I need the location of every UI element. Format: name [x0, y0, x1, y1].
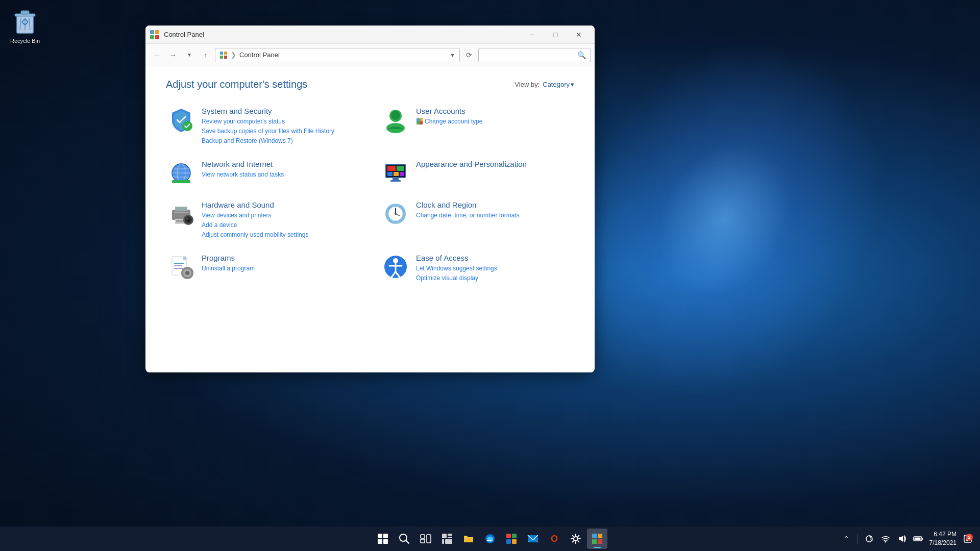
window-titlebar[interactable]: Control Panel − □ ✕ [145, 26, 595, 44]
forward-button[interactable]: → [166, 48, 180, 62]
search-icon[interactable]: 🔍 [577, 51, 586, 59]
view-by-label: View by: [514, 81, 540, 88]
office-label: O [551, 534, 558, 544]
network-internet-link-1[interactable]: View network status and tasks [202, 170, 284, 179]
hardware-sound-links: View devices and printers Add a device A… [202, 211, 308, 239]
address-path[interactable]: ❯ Control Panel ▼ [215, 48, 460, 62]
date-display: 7/18/2021 [929, 539, 957, 547]
svg-rect-34 [394, 172, 399, 176]
control-panel-taskbar-icon [592, 533, 603, 544]
category-appearance[interactable]: Appearance and Personalization [380, 158, 574, 188]
search-box[interactable]: 🔍 [478, 48, 591, 62]
refresh-button[interactable]: ⟳ [462, 48, 476, 62]
category-user-accounts[interactable]: User Accounts Change account type [380, 105, 574, 147]
category-hardware-sound[interactable]: Hardware and Sound View devices and prin… [166, 198, 360, 241]
svg-rect-37 [390, 180, 401, 182]
taskbar-taskview-button[interactable] [415, 529, 436, 549]
store-icon [506, 533, 517, 544]
tray-volume[interactable] [895, 532, 909, 546]
svg-point-99 [885, 541, 886, 543]
address-dropdown-arrow[interactable]: ▼ [450, 52, 455, 58]
taskbar-control-panel-button[interactable] [587, 529, 607, 549]
svg-point-17 [391, 111, 400, 120]
network-internet-links: View network status and tasks [202, 170, 284, 179]
svg-rect-57 [174, 263, 184, 264]
programs-title[interactable]: Programs [202, 254, 255, 262]
view-by-arrow: ▾ [571, 81, 574, 88]
svg-rect-90 [506, 539, 511, 544]
address-bar: ← → ▼ ↑ ❯ Control Panel ▼ ⟳ 🔍 [145, 44, 595, 66]
back-button[interactable]: ← [150, 48, 164, 62]
taskbar-office-button[interactable]: O [544, 529, 565, 549]
user-accounts-link-1[interactable]: Change account type [416, 117, 482, 126]
volume-icon [898, 535, 906, 543]
taskview-icon [420, 533, 431, 544]
clock-region-content: Clock and Region Change date, time, or n… [416, 201, 520, 220]
appearance-title[interactable]: Appearance and Personalization [416, 160, 527, 168]
hardware-sound-content: Hardware and Sound View devices and prin… [202, 201, 308, 239]
user-accounts-links: Change account type [416, 117, 482, 126]
taskbar-settings-button[interactable] [566, 529, 586, 549]
hardware-sound-link-3[interactable]: Adjust commonly used mobility settings [202, 230, 308, 239]
up-button[interactable]: ↑ [199, 48, 213, 62]
system-security-content: System and Security Review your computer… [202, 107, 334, 145]
taskbar-edge-button[interactable] [480, 529, 500, 549]
minimize-button[interactable]: − [520, 27, 544, 43]
taskbar-store-button[interactable] [501, 529, 522, 549]
svg-rect-40 [175, 207, 187, 211]
maximize-button[interactable]: □ [544, 27, 567, 43]
category-clock-region[interactable]: Clock and Region Change date, time, or n… [380, 198, 574, 241]
hardware-sound-link-2[interactable]: Add a device [202, 220, 308, 230]
search-input[interactable] [483, 51, 577, 59]
recent-locations-button[interactable]: ▼ [182, 48, 197, 62]
ease-of-access-link-2[interactable]: Optimize visual display [416, 273, 497, 283]
view-by-control: View by: Category ▾ [514, 81, 574, 88]
category-system-security[interactable]: System and Security Review your computer… [166, 105, 360, 147]
close-button[interactable]: ✕ [567, 27, 591, 43]
category-programs[interactable]: Programs Uninstall a program [166, 252, 360, 285]
ease-of-access-link-1[interactable]: Let Windows suggest settings [416, 264, 497, 273]
hardware-sound-link-1[interactable]: View devices and printers [202, 211, 308, 220]
svg-rect-58 [174, 265, 182, 266]
tray-chevron[interactable]: ⌃ [839, 532, 853, 546]
notification-center[interactable]: 2 [961, 532, 975, 546]
user-accounts-title[interactable]: User Accounts [416, 107, 482, 115]
tray-battery[interactable] [911, 532, 925, 546]
view-by-dropdown[interactable]: Category ▾ [543, 81, 574, 88]
programs-links: Uninstall a program [202, 264, 255, 273]
svg-rect-63 [186, 267, 188, 269]
ease-of-access-links: Let Windows suggest settings Optimize vi… [416, 264, 497, 283]
recycle-bin-image [13, 8, 37, 36]
recycle-bin-icon[interactable]: Recycle Bin [8, 5, 42, 46]
clock-region-link-1[interactable]: Change date, time, or number formats [416, 211, 520, 220]
system-security-title[interactable]: System and Security [202, 107, 334, 115]
clock-region-title[interactable]: Clock and Region [416, 201, 520, 209]
taskbar-search-button[interactable] [394, 529, 414, 549]
category-ease-of-access[interactable]: Ease of Access Let Windows suggest setti… [380, 252, 574, 285]
window-title: Control Panel [164, 31, 520, 38]
taskbar-widgets-button[interactable] [437, 529, 457, 549]
appearance-icon [382, 160, 409, 186]
hardware-sound-icon [168, 201, 194, 227]
taskbar-clock[interactable]: 6:42 PM 7/18/2021 [929, 530, 957, 547]
taskbar-mail-button[interactable] [523, 529, 543, 549]
taskbar-file-explorer-button[interactable] [458, 529, 479, 549]
taskbar-start-button[interactable] [373, 529, 393, 549]
tray-rotation-lock[interactable] [862, 532, 876, 546]
tray-wifi[interactable] [878, 532, 893, 546]
system-security-link-2[interactable]: Save backup copies of your files with Fi… [202, 127, 334, 136]
svg-rect-21 [420, 121, 423, 124]
network-internet-title[interactable]: Network and Internet [202, 160, 284, 168]
hardware-sound-title[interactable]: Hardware and Sound [202, 201, 308, 209]
programs-content: Programs Uninstall a program [202, 254, 255, 273]
rotation-lock-icon [865, 535, 873, 543]
system-security-link-1[interactable]: Review your computer's status [202, 117, 334, 126]
category-network-internet[interactable]: Network and Internet View network status… [166, 158, 360, 188]
system-security-link-3[interactable]: Backup and Restore (Windows 7) [202, 136, 334, 145]
svg-rect-88 [506, 534, 511, 538]
programs-link-1[interactable]: Uninstall a program [202, 264, 255, 273]
svg-rect-89 [512, 534, 517, 538]
svg-rect-10 [220, 52, 223, 55]
ease-of-access-title[interactable]: Ease of Access [416, 254, 497, 262]
svg-rect-85 [442, 539, 444, 544]
